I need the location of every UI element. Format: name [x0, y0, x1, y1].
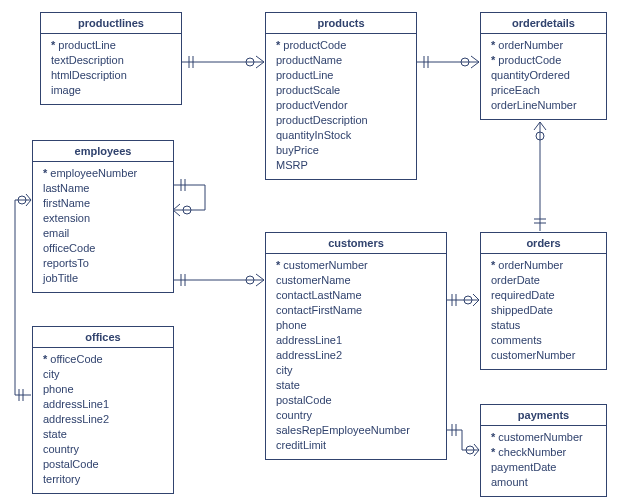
attr-state: state: [43, 427, 163, 442]
attr-priceEach: priceEach: [491, 83, 596, 98]
entity-customers: customers customerNumbercustomerNamecont…: [265, 232, 447, 460]
svg-line-27: [474, 444, 479, 450]
svg-line-38: [173, 204, 180, 210]
entity-products: products productCodeproductNameproductLi…: [265, 12, 417, 180]
entity-title: orderdetails: [481, 13, 606, 34]
attr-textDescription: textDescription: [51, 53, 171, 68]
attr-country: country: [276, 408, 436, 423]
entity-orderdetails: orderdetails orderNumberproductCodequant…: [480, 12, 607, 120]
svg-point-21: [464, 296, 472, 304]
svg-line-33: [256, 274, 264, 280]
attr-territory: territory: [43, 472, 163, 487]
attr-customerNumber: customerNumber: [491, 348, 596, 363]
attr-addressLine2: addressLine2: [276, 348, 436, 363]
attr-productScale: productScale: [276, 83, 406, 98]
entity-orders: orders orderNumberorderDaterequiredDates…: [480, 232, 607, 370]
svg-point-37: [183, 206, 191, 214]
attr-city: city: [43, 367, 163, 382]
svg-line-22: [473, 294, 479, 300]
attr-lastName: lastName: [43, 181, 163, 196]
svg-line-23: [473, 300, 479, 306]
attr-requiredDate: requiredDate: [491, 288, 596, 303]
svg-line-5: [256, 62, 264, 68]
svg-line-4: [256, 56, 264, 62]
attr-productLine: productLine: [276, 68, 406, 83]
entity-title: orders: [481, 233, 606, 254]
attr-email: email: [43, 226, 163, 241]
attr-country: country: [43, 442, 163, 457]
attr-creditLimit: creditLimit: [276, 438, 436, 453]
svg-line-10: [471, 56, 479, 62]
attr-firstName: firstName: [43, 196, 163, 211]
svg-point-3: [246, 58, 254, 66]
attr-productCode: productCode: [491, 53, 596, 68]
attr-jobTitle: jobTitle: [43, 271, 163, 286]
attr-orderNumber: orderNumber: [491, 258, 596, 273]
attr-addressLine2: addressLine2: [43, 412, 163, 427]
attr-postalCode: postalCode: [276, 393, 436, 408]
entity-title: products: [266, 13, 416, 34]
attr-productCode: productCode: [276, 38, 406, 53]
attr-productVendor: productVendor: [276, 98, 406, 113]
attr-orderNumber: orderNumber: [491, 38, 596, 53]
attr-addressLine1: addressLine1: [276, 333, 436, 348]
svg-line-44: [26, 200, 31, 206]
entity-productlines: productlines productLinetextDescriptionh…: [40, 12, 182, 105]
entity-offices: offices officeCodecityphoneaddressLine1a…: [32, 326, 174, 494]
attr-MSRP: MSRP: [276, 158, 406, 173]
attr-productDescription: productDescription: [276, 113, 406, 128]
attr-contactFirstName: contactFirstName: [276, 303, 436, 318]
attr-quantityOrdered: quantityOrdered: [491, 68, 596, 83]
svg-line-43: [26, 194, 31, 200]
attr-customerNumber: customerNumber: [491, 430, 596, 445]
svg-point-32: [246, 276, 254, 284]
attr-paymentDate: paymentDate: [491, 460, 596, 475]
attr-productName: productName: [276, 53, 406, 68]
svg-line-34: [256, 280, 264, 286]
entity-title: offices: [33, 327, 173, 348]
entity-title: payments: [481, 405, 606, 426]
svg-point-9: [461, 58, 469, 66]
svg-point-26: [466, 446, 474, 454]
attr-postalCode: postalCode: [43, 457, 163, 472]
attr-orderDate: orderDate: [491, 273, 596, 288]
attr-addressLine1: addressLine1: [43, 397, 163, 412]
svg-line-15: [540, 122, 546, 130]
attr-productLine: productLine: [51, 38, 171, 53]
entity-employees: employees employeeNumberlastNamefirstNam…: [32, 140, 174, 293]
attr-customerName: customerName: [276, 273, 436, 288]
svg-line-11: [471, 62, 479, 68]
attr-orderLineNumber: orderLineNumber: [491, 98, 596, 113]
attr-phone: phone: [276, 318, 436, 333]
attr-officeCode: officeCode: [43, 241, 163, 256]
attr-officeCode: officeCode: [43, 352, 163, 367]
attr-amount: amount: [491, 475, 596, 490]
entity-title: productlines: [41, 13, 181, 34]
svg-line-39: [173, 210, 180, 216]
attr-buyPrice: buyPrice: [276, 143, 406, 158]
attr-reportsTo: reportsTo: [43, 256, 163, 271]
entity-payments: payments customerNumbercheckNumberpaymen…: [480, 404, 607, 497]
attr-extension: extension: [43, 211, 163, 226]
attr-status: status: [491, 318, 596, 333]
attr-image: image: [51, 83, 171, 98]
svg-line-28: [474, 450, 479, 456]
entity-title: customers: [266, 233, 446, 254]
attr-quantityInStock: quantityInStock: [276, 128, 406, 143]
attr-city: city: [276, 363, 436, 378]
entity-title: employees: [33, 141, 173, 162]
attr-htmlDescription: htmlDescription: [51, 68, 171, 83]
attr-customerNumber: customerNumber: [276, 258, 436, 273]
svg-point-42: [18, 196, 26, 204]
attr-state: state: [276, 378, 436, 393]
attr-checkNumber: checkNumber: [491, 445, 596, 460]
attr-salesRepEmployeeNumber: salesRepEmployeeNumber: [276, 423, 436, 438]
svg-point-13: [536, 132, 544, 140]
attr-employeeNumber: employeeNumber: [43, 166, 163, 181]
attr-shippedDate: shippedDate: [491, 303, 596, 318]
attr-comments: comments: [491, 333, 596, 348]
attr-phone: phone: [43, 382, 163, 397]
attr-contactLastName: contactLastName: [276, 288, 436, 303]
svg-line-14: [534, 122, 540, 130]
